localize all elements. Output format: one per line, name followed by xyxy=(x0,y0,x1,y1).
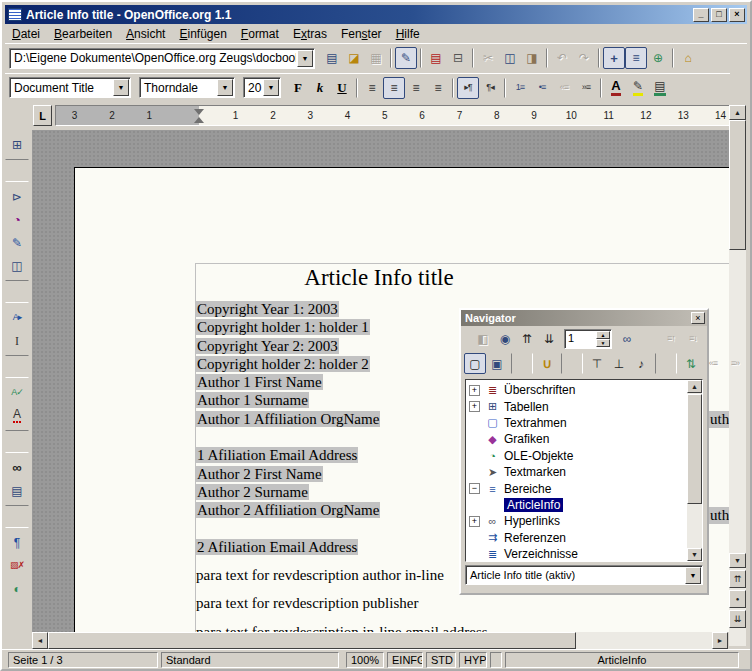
scroll-up-button[interactable]: ▲ xyxy=(729,105,746,120)
status-section[interactable]: ArticleInfo xyxy=(505,652,739,668)
toolbar-button[interactable]: ◔ xyxy=(5,208,29,231)
menu-item[interactable]: Einfügen xyxy=(172,25,233,43)
toolbar-button[interactable]: ≡ xyxy=(361,77,383,99)
menu-item[interactable]: Hilfe xyxy=(389,25,427,43)
page-number-spinbox[interactable]: 1 ▲ ▼ xyxy=(564,329,612,349)
toolbar-button[interactable]: ⇊ xyxy=(538,328,560,349)
menu-item[interactable]: Ansicht xyxy=(119,25,172,43)
toolbar-button[interactable]: ≡ xyxy=(383,77,405,99)
expand-toggle[interactable]: + xyxy=(469,401,480,412)
toolbar-button[interactable]: U xyxy=(331,77,353,99)
navigator-tree-item[interactable]: ▢ Textrahmen xyxy=(466,415,687,431)
expand-toggle[interactable]: + xyxy=(469,516,480,527)
status-doc-modified[interactable] xyxy=(490,652,502,668)
toolbar-button[interactable]: ≡ xyxy=(625,47,647,69)
previous-page-button[interactable]: ⇈ xyxy=(729,570,746,588)
toolbar-button[interactable]: ≡↓ xyxy=(682,328,704,349)
toolbar-button[interactable]: ↷ xyxy=(573,47,595,69)
status-page-style[interactable]: Standard xyxy=(161,652,339,668)
tab-type-selector[interactable]: L xyxy=(33,105,52,126)
toolbar-button[interactable]: A▸ xyxy=(5,306,29,329)
toolbar-button[interactable]: k xyxy=(309,77,331,99)
close-button[interactable]: × xyxy=(729,8,745,22)
toolbar-button[interactable]: ≡» xyxy=(724,353,746,374)
spin-down-button[interactable]: ▼ xyxy=(596,339,610,347)
menu-item[interactable]: Format xyxy=(234,25,286,43)
toolbar-button[interactable]: ⇅ xyxy=(680,353,702,374)
font-dropdown-button[interactable]: ▼ xyxy=(217,79,233,96)
list-scroll-up-button[interactable]: ▲ xyxy=(687,380,702,393)
navigator-close-button[interactable]: × xyxy=(691,312,705,324)
menu-item[interactable]: Extras xyxy=(286,25,334,43)
font-size-combobox[interactable]: 20 ▼ xyxy=(243,77,281,98)
list-scroll-down-button[interactable]: ▼ xyxy=(687,548,702,561)
toolbar-button[interactable]: ▤ xyxy=(5,479,29,502)
toolbar-button[interactable]: ⊟ xyxy=(447,47,469,69)
toolbar-button[interactable]: ¶◂ xyxy=(479,77,501,99)
toolbar-button[interactable]: A xyxy=(605,77,627,99)
toolbar-button[interactable]: ∞ xyxy=(5,456,29,479)
navigator-tree-item[interactable]: ◔ OLE-Objekte xyxy=(466,448,687,464)
navigation-dot-button[interactable]: ● xyxy=(729,590,746,608)
toolbar-button[interactable]: ✎ xyxy=(627,77,649,99)
toolbar-button[interactable]: ◪ xyxy=(343,47,365,69)
toolbar-button[interactable]: ↶ xyxy=(551,47,573,69)
status-insert-mode[interactable]: EINFG xyxy=(387,652,423,668)
navigator-tree-item[interactable]: ⇉ Referenzen xyxy=(466,530,687,546)
navigator-list-scrollbar[interactable]: ▲ ▼ xyxy=(687,380,702,561)
scroll-right-button[interactable]: ► xyxy=(712,632,728,649)
status-hyperlink-mode[interactable]: HYP xyxy=(459,652,487,668)
navigator-tree-item[interactable]: ◆ Grafiken xyxy=(466,431,687,447)
horizontal-ruler[interactable]: 321 1234567891011121314 xyxy=(55,105,732,126)
expand-toggle[interactable]: − xyxy=(469,483,480,494)
navigator-tree-item[interactable]: − ≡ Bereiche xyxy=(466,480,687,496)
toolbar-button[interactable]: ✂ xyxy=(477,47,499,69)
url-dropdown-button[interactable]: ▼ xyxy=(297,50,313,67)
toolbar-button[interactable]: I xyxy=(5,329,29,352)
size-dropdown-button[interactable]: ▼ xyxy=(263,79,279,96)
toolbar-button[interactable]: ¶ xyxy=(5,531,29,554)
toolbar-button[interactable]: ⊥ xyxy=(608,353,630,374)
list-scroll-thumb[interactable] xyxy=(687,394,702,504)
scroll-down-button[interactable]: ▼ xyxy=(729,553,746,568)
horizontal-scrollbar[interactable]: ◄ ► xyxy=(32,632,728,650)
title-bar[interactable]: Article Info title - OpenOffice.org 1.1 … xyxy=(5,5,747,24)
paragraph-style-combobox[interactable]: Document Title ▼ xyxy=(9,77,131,98)
toolbar-button[interactable]: A xyxy=(5,404,29,427)
toolbar-button[interactable]: ▤ xyxy=(425,47,447,69)
toolbar-button[interactable]: F xyxy=(287,77,309,99)
navigator-tree-item[interactable]: ArticleInfo xyxy=(466,497,687,513)
toolbar-button[interactable]: ▢ xyxy=(464,353,486,374)
style-dropdown-button[interactable]: ▼ xyxy=(113,79,129,96)
toolbar-button[interactable]: ◧ xyxy=(472,328,494,349)
status-zoom[interactable]: 100% xyxy=(346,652,384,668)
toolbar-button[interactable]: •≡ xyxy=(531,77,553,99)
toolbar-button[interactable]: 1≡ xyxy=(509,77,531,99)
toolbar-button[interactable]: ∞ xyxy=(616,328,638,349)
toolbar-button[interactable]: ◐ xyxy=(5,577,29,600)
toolbar-button[interactable]: ♪ xyxy=(630,353,652,374)
toolbar-button[interactable]: ▣ xyxy=(486,353,508,374)
toolbar-button[interactable]: A✓ xyxy=(5,381,29,404)
toolbar-button[interactable]: ◨ xyxy=(521,47,543,69)
next-page-button[interactable]: ⇊ xyxy=(729,610,746,628)
toolbar-button[interactable]: ▨✗ xyxy=(5,554,29,577)
toolbar-button[interactable]: ⊞ xyxy=(5,133,29,156)
toolbar-button[interactable]: «≡ xyxy=(702,353,724,374)
expand-toggle[interactable]: + xyxy=(469,385,480,396)
toolbar-button[interactable]: ≡ xyxy=(405,77,427,99)
toolbar-button[interactable]: ≡ xyxy=(427,77,449,99)
toolbar-button[interactable]: ⊕ xyxy=(647,47,669,69)
minimize-button[interactable]: _ xyxy=(693,8,709,22)
toolbar-button[interactable]: ≡↑ xyxy=(660,328,682,349)
toolbar-button[interactable]: ▤ xyxy=(649,77,671,99)
toolbar-button[interactable]: ◉ xyxy=(494,328,516,349)
navigator-tree-item[interactable]: + ≣ Überschriften xyxy=(466,382,687,398)
menu-item[interactable]: Bearbeiten xyxy=(47,25,119,43)
navigator-title-bar[interactable]: Navigator × xyxy=(461,310,707,326)
horizontal-scroll-thumb[interactable] xyxy=(48,632,576,649)
status-page[interactable]: Seite 1 / 3 xyxy=(8,652,158,668)
toolbar-button[interactable]: + xyxy=(603,47,625,69)
toolbar-button[interactable]: ⊳ xyxy=(5,185,29,208)
document-line[interactable]: para text for revdescription in-line ema… xyxy=(196,623,562,632)
